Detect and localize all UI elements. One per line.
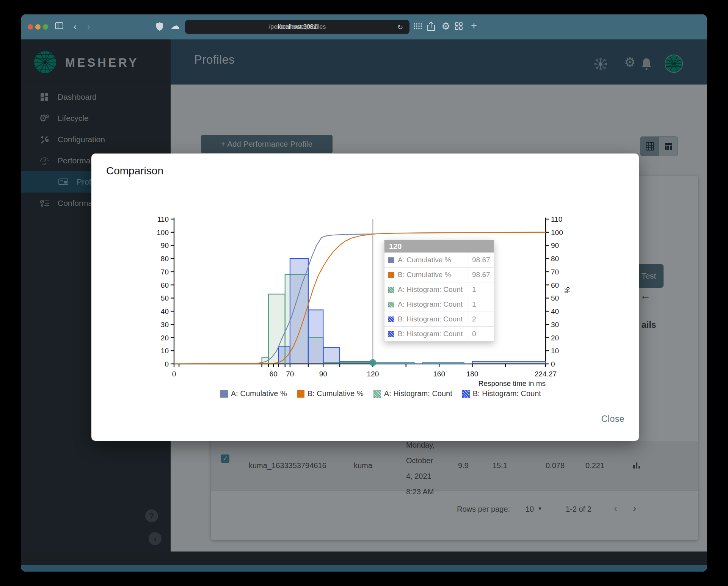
svg-text:50: 50 — [551, 294, 559, 302]
browser-toolbar: ‹ › ☁ localhost:9081/performance/profile… — [21, 14, 707, 39]
svg-text:70: 70 — [286, 370, 294, 378]
svg-text:30: 30 — [551, 321, 559, 329]
tooltip-row: B: Cumulative % 98.67 — [384, 267, 494, 282]
svg-text:90: 90 — [319, 370, 327, 378]
url-path: /performance/profiles — [269, 24, 326, 30]
svg-text:40: 40 — [161, 307, 169, 315]
legend-swatch — [297, 390, 304, 398]
new-tab-icon[interactable]: + — [469, 20, 479, 31]
comparison-modal: Comparison 00101020203030404050506060707… — [91, 154, 639, 441]
svg-text:60: 60 — [270, 370, 278, 378]
modal-title: Comparison — [106, 165, 163, 177]
svg-text:10: 10 — [551, 347, 559, 355]
app-page: Profiles ⚙ — [21, 39, 707, 572]
settings-gear-icon[interactable]: ⚙ — [441, 21, 451, 31]
window-zoom-button[interactable] — [43, 24, 48, 30]
svg-text:30: 30 — [161, 321, 169, 329]
svg-text:120: 120 — [367, 370, 379, 378]
legend-swatch — [373, 390, 381, 398]
address-bar[interactable]: localhost:9081/performance/profiles — [185, 20, 410, 34]
tooltip-row: B: Histogram: Count 2 — [384, 312, 494, 326]
forward-button[interactable]: › — [83, 22, 94, 32]
svg-text:110: 110 — [551, 215, 562, 223]
svg-text:20: 20 — [161, 334, 169, 342]
svg-text:40: 40 — [551, 307, 559, 315]
reload-icon[interactable]: ↻ — [397, 23, 403, 31]
svg-text:0: 0 — [172, 370, 176, 378]
svg-text:60: 60 — [551, 281, 559, 289]
svg-text:70: 70 — [551, 268, 559, 276]
tooltip-swatch — [388, 302, 394, 307]
svg-text:100: 100 — [157, 229, 169, 237]
legend-item-b-histogram[interactable]: B: Histogram: Count — [462, 389, 541, 398]
svg-text:80: 80 — [161, 255, 169, 263]
tooltip-row: A: Histogram: Count 1 — [384, 297, 494, 312]
browser-window: ‹ › ☁ localhost:9081/performance/profile… — [21, 14, 707, 572]
legend-item-a-cumulative[interactable]: A: Cumulative % — [220, 389, 287, 398]
chart-legend: A: Cumulative % B: Cumulative % A: Histo… — [220, 389, 541, 398]
tooltip-swatch — [388, 317, 394, 322]
svg-text:60: 60 — [161, 281, 169, 289]
svg-text:Response time in ms: Response time in ms — [479, 379, 546, 387]
svg-text:0: 0 — [165, 360, 169, 368]
tooltip-header: 120 — [384, 240, 494, 252]
svg-text:0: 0 — [551, 360, 555, 368]
window-minimize-button[interactable] — [35, 24, 41, 30]
svg-text:20: 20 — [551, 334, 559, 342]
svg-text:10: 10 — [161, 347, 169, 355]
svg-text:90: 90 — [551, 241, 559, 249]
svg-text:110: 110 — [157, 215, 169, 223]
tooltip-row: B: Histogram: Count 0 — [384, 326, 494, 341]
close-modal-button[interactable]: Close — [601, 414, 624, 424]
legend-item-b-cumulative[interactable]: B: Cumulative % — [297, 389, 364, 398]
tooltip-swatch — [388, 272, 394, 278]
tooltip-swatch — [388, 257, 394, 263]
comparison-chart[interactable]: 0010102020303040405050606070708080909010… — [144, 212, 580, 406]
chart-tooltip: 120 A: Cumulative % 98.67 B: Cumulative … — [384, 240, 494, 342]
svg-text:100: 100 — [551, 229, 563, 237]
svg-text:50: 50 — [161, 294, 169, 302]
cloud-icon[interactable]: ☁ — [170, 20, 180, 31]
window-close-button[interactable] — [28, 24, 33, 30]
legend-swatch — [220, 390, 228, 398]
tooltip-swatch — [388, 287, 394, 293]
svg-text:80: 80 — [551, 255, 559, 263]
svg-text:90: 90 — [161, 241, 169, 249]
legend-item-a-histogram[interactable]: A: Histogram: Count — [373, 389, 452, 398]
tooltip-swatch — [388, 331, 394, 337]
svg-text:180: 180 — [466, 370, 479, 378]
svg-text:%: % — [563, 287, 571, 293]
tooltip-row: A: Histogram: Count 1 — [384, 282, 494, 297]
back-button[interactable]: ‹ — [70, 22, 80, 32]
tooltip-row: A: Cumulative % 98.67 — [384, 252, 494, 267]
svg-text:160: 160 — [433, 370, 445, 378]
svg-text:70: 70 — [161, 268, 169, 276]
svg-text:224.27: 224.27 — [535, 370, 557, 378]
legend-swatch — [462, 390, 470, 398]
